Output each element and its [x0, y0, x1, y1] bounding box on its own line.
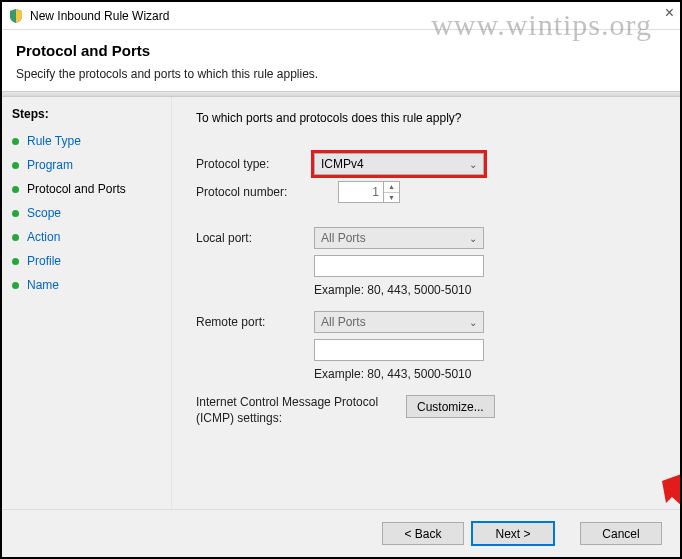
spinner-up-icon: ▲ [384, 182, 399, 193]
local-port-example: Example: 80, 443, 5000-5010 [314, 283, 660, 297]
chevron-down-icon: ⌄ [469, 159, 477, 170]
local-port-combo: All Ports ⌄ [314, 227, 484, 249]
spinner-arrows: ▲ ▼ [383, 182, 399, 202]
bullet-icon [12, 138, 19, 145]
window-title: New Inbound Rule Wizard [30, 9, 169, 23]
remote-port-value: All Ports [321, 315, 366, 329]
step-link[interactable]: Action [27, 230, 60, 244]
step-program[interactable]: Program [12, 153, 161, 177]
protocol-number-label: Protocol number: [196, 185, 314, 199]
bullet-icon [12, 186, 19, 193]
step-scope[interactable]: Scope [12, 201, 161, 225]
close-icon[interactable]: × [665, 4, 674, 22]
bullet-icon [12, 234, 19, 241]
titlebar: New Inbound Rule Wizard × [2, 2, 680, 30]
step-link[interactable]: Profile [27, 254, 61, 268]
bullet-icon [12, 162, 19, 169]
cancel-button[interactable]: Cancel [580, 522, 662, 545]
customize-button[interactable]: Customize... [406, 395, 495, 418]
local-port-input [314, 255, 484, 277]
local-port-label: Local port: [196, 231, 314, 245]
step-profile[interactable]: Profile [12, 249, 161, 273]
local-port-value: All Ports [321, 231, 366, 245]
remote-port-combo: All Ports ⌄ [314, 311, 484, 333]
prompt-text: To which ports and protocols does this r… [196, 111, 660, 125]
bullet-icon [12, 258, 19, 265]
remote-port-label: Remote port: [196, 315, 314, 329]
step-action[interactable]: Action [12, 225, 161, 249]
steps-sidebar: Steps: Rule Type Program Protocol and Po… [2, 97, 172, 527]
protocol-number-value: 1 [345, 185, 383, 199]
step-link[interactable]: Scope [27, 206, 61, 220]
icmp-settings-label: Internet Control Message Protocol (ICMP)… [196, 395, 406, 426]
chevron-down-icon: ⌄ [469, 233, 477, 244]
step-label-current: Protocol and Ports [27, 182, 126, 196]
back-button[interactable]: < Back [382, 522, 464, 545]
step-link[interactable]: Program [27, 158, 73, 172]
next-button[interactable]: Next > [472, 522, 554, 545]
protocol-type-label: Protocol type: [196, 157, 314, 171]
bullet-icon [12, 210, 19, 217]
wizard-header: Protocol and Ports Specify the protocols… [2, 30, 680, 91]
content-pane: To which ports and protocols does this r… [172, 97, 680, 527]
step-name[interactable]: Name [12, 273, 161, 297]
wizard-body: Steps: Rule Type Program Protocol and Po… [2, 97, 680, 527]
page-subtitle: Specify the protocols and ports to which… [16, 67, 666, 81]
wizard-footer: < Back Next > Cancel [2, 509, 680, 557]
chevron-down-icon: ⌄ [469, 317, 477, 328]
remote-port-example: Example: 80, 443, 5000-5010 [314, 367, 660, 381]
remote-port-input [314, 339, 484, 361]
shield-icon [8, 8, 24, 24]
step-link[interactable]: Rule Type [27, 134, 81, 148]
bullet-icon [12, 282, 19, 289]
steps-title: Steps: [12, 107, 161, 121]
step-protocol-and-ports[interactable]: Protocol and Ports [12, 177, 161, 201]
spinner-down-icon: ▼ [384, 193, 399, 203]
step-link[interactable]: Name [27, 278, 59, 292]
protocol-type-combo[interactable]: ICMPv4 ⌄ [314, 153, 484, 175]
protocol-number-spinner: 1 ▲ ▼ [338, 181, 400, 203]
step-rule-type[interactable]: Rule Type [12, 129, 161, 153]
page-title: Protocol and Ports [16, 42, 666, 59]
protocol-type-value: ICMPv4 [321, 157, 364, 171]
